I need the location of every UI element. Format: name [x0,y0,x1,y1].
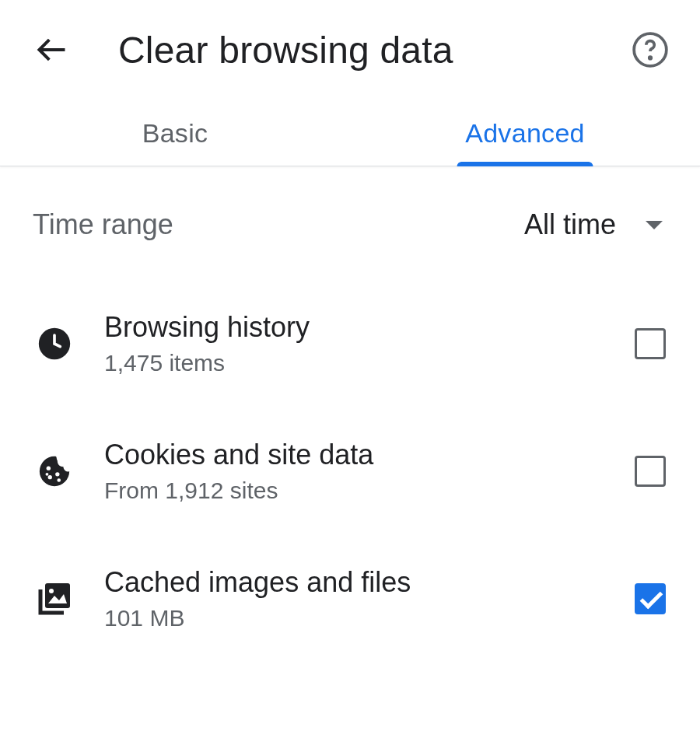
chevron-down-icon [646,221,663,229]
clock-icon [33,322,76,366]
item-title: Browsing history [104,311,605,344]
time-range-dropdown[interactable]: All time [524,208,667,241]
help-button[interactable] [628,28,672,72]
tab-basic[interactable]: Basic [0,87,350,166]
svg-rect-9 [45,583,70,608]
back-button[interactable] [33,30,72,69]
svg-point-7 [57,478,61,482]
item-subtitle: 1,475 items [104,350,605,376]
checkbox-browsing-history[interactable] [633,327,667,361]
svg-point-6 [55,472,59,476]
item-subtitle: 101 MB [104,605,605,631]
tab-advanced[interactable]: Advanced [350,87,700,166]
help-icon [631,30,670,69]
data-type-list: Browsing history 1,475 items Cookies and… [0,272,700,663]
svg-point-11 [49,589,54,593]
time-range-value: All time [524,208,616,241]
item-subtitle: From 1,912 sites [104,477,605,504]
item-title: Cookies and site data [104,439,605,471]
svg-point-5 [48,475,52,479]
image-stack-icon [33,577,76,621]
header: Clear browsing data [0,0,700,87]
svg-point-8 [46,473,49,476]
cookie-icon [33,449,76,493]
list-item-cached-images[interactable]: Cached images and files 101 MB [33,535,667,663]
page-title: Clear browsing data [118,29,628,72]
svg-point-4 [47,466,51,470]
arrow-left-icon [35,33,69,67]
tabs: Basic Advanced [0,87,700,166]
checkbox-cookies[interactable] [633,454,667,488]
time-range-label: Time range [33,208,173,241]
time-range-row: Time range All time [0,166,700,272]
item-text: Cached images and files 101 MB [104,566,605,631]
item-title: Cached images and files [104,566,605,599]
list-item-cookies[interactable]: Cookies and site data From 1,912 sites [33,407,667,535]
svg-point-2 [649,57,652,59]
item-text: Cookies and site data From 1,912 sites [104,439,605,504]
item-text: Browsing history 1,475 items [104,311,605,376]
list-item-browsing-history[interactable]: Browsing history 1,475 items [33,280,667,407]
checkbox-cached-images[interactable] [633,582,667,616]
